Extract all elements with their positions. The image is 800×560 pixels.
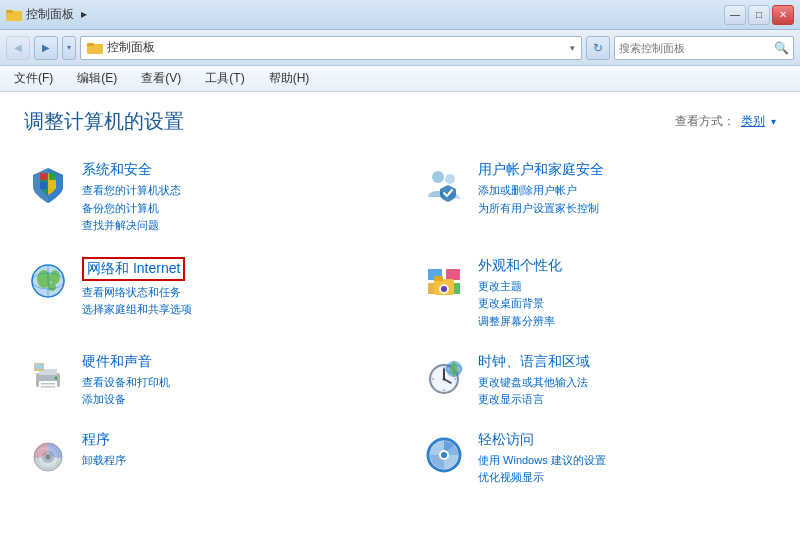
clock-link-0[interactable]: 更改键盘或其他输入法 <box>478 374 776 392</box>
user-accounts-title[interactable]: 用户帐户和家庭安全 <box>478 161 776 179</box>
programs-icon <box>24 431 72 479</box>
svg-rect-32 <box>35 364 43 369</box>
user-accounts-icon <box>420 161 468 209</box>
svg-point-8 <box>432 171 444 183</box>
titlebar-buttons: — □ ✕ <box>724 5 794 25</box>
recent-button[interactable]: ▾ <box>62 36 76 60</box>
system-security-link-2[interactable]: 查找并解决问题 <box>82 217 380 235</box>
category-network-internet: 网络和 Internet 查看网络状态和任务 选择家庭组和共享选项 <box>24 251 380 337</box>
svg-rect-27 <box>39 381 57 389</box>
network-icon <box>24 257 72 305</box>
page-title: 调整计算机的设置 <box>24 108 184 135</box>
svg-rect-4 <box>40 173 47 180</box>
menu-view[interactable]: 查看(V) <box>137 68 185 89</box>
category-system-security: 系统和安全 查看您的计算机状态 备份您的计算机 查找并解决问题 <box>24 155 380 241</box>
clock-link-1[interactable]: 更改显示语言 <box>478 391 776 409</box>
hardware-link-0[interactable]: 查看设备和打印机 <box>82 374 380 392</box>
titlebar-path: 控制面板 ▸ <box>26 6 90 23</box>
svg-rect-5 <box>49 173 56 180</box>
svg-rect-3 <box>87 43 94 46</box>
user-accounts-link-0[interactable]: 添加或删除用户帐户 <box>478 182 776 200</box>
address-dropdown[interactable]: ▾ <box>570 43 575 53</box>
back-button[interactable]: ◀ <box>6 36 30 60</box>
menu-tools[interactable]: 工具(T) <box>201 68 248 89</box>
system-security-link-1[interactable]: 备份您的计算机 <box>82 200 380 218</box>
appearance-title[interactable]: 外观和个性化 <box>478 257 776 275</box>
titlebar: 控制面板 ▸ — □ ✕ <box>0 0 800 30</box>
accessibility-link-0[interactable]: 使用 Windows 建议的设置 <box>478 452 776 470</box>
system-security-content: 系统和安全 查看您的计算机状态 备份您的计算机 查找并解决问题 <box>82 161 380 235</box>
network-title[interactable]: 网络和 Internet <box>82 257 185 281</box>
svg-rect-18 <box>446 269 460 280</box>
search-bar: 🔍 <box>614 36 794 60</box>
category-user-accounts: 用户帐户和家庭安全 添加或删除用户帐户 为所有用户设置家长控制 <box>420 155 776 241</box>
svg-point-30 <box>55 376 58 379</box>
system-security-title[interactable]: 系统和安全 <box>82 161 380 179</box>
programs-title[interactable]: 程序 <box>82 431 380 449</box>
programs-content: 程序 卸载程序 <box>82 431 380 470</box>
menu-help[interactable]: 帮助(H) <box>265 68 314 89</box>
appearance-icon <box>420 257 468 305</box>
svg-point-53 <box>441 452 447 458</box>
clock-content: 时钟、语言和区域 更改键盘或其他输入法 更改显示语言 <box>478 353 776 409</box>
svg-rect-28 <box>41 383 55 385</box>
svg-rect-1 <box>6 10 13 13</box>
menubar: 文件(F) 编辑(E) 查看(V) 工具(T) 帮助(H) <box>0 66 800 92</box>
svg-rect-7 <box>49 182 56 189</box>
maximize-button[interactable]: □ <box>748 5 770 25</box>
hardware-link-1[interactable]: 添加设备 <box>82 391 380 409</box>
svg-point-45 <box>450 362 458 376</box>
view-label: 查看方式： <box>675 113 735 130</box>
svg-point-37 <box>443 377 446 380</box>
navbar: ◀ ▶ ▾ 控制面板 ▾ ↻ 🔍 <box>0 30 800 66</box>
svg-rect-29 <box>41 386 55 388</box>
appearance-content: 外观和个性化 更改主题 更改桌面背景 调整屏幕分辨率 <box>478 257 776 331</box>
svg-point-14 <box>48 283 56 291</box>
accessibility-link-1[interactable]: 优化视频显示 <box>478 469 776 487</box>
forward-button[interactable]: ▶ <box>34 36 58 60</box>
address-text: 控制面板 <box>107 39 566 56</box>
refresh-button[interactable]: ↻ <box>586 36 610 60</box>
hardware-title[interactable]: 硬件和声音 <box>82 353 380 371</box>
categories-grid: 系统和安全 查看您的计算机状态 备份您的计算机 查找并解决问题 <box>24 155 776 493</box>
search-icon[interactable]: 🔍 <box>774 41 789 55</box>
view-dropdown-icon[interactable]: ▾ <box>771 116 776 127</box>
network-content: 网络和 Internet 查看网络状态和任务 选择家庭组和共享选项 <box>82 257 380 319</box>
appearance-link-2[interactable]: 调整屏幕分辨率 <box>478 313 776 331</box>
clock-icon <box>420 353 468 401</box>
hardware-icon <box>24 353 72 401</box>
address-folder-icon <box>87 40 103 56</box>
network-link-0[interactable]: 查看网络状态和任务 <box>82 284 380 302</box>
appearance-link-1[interactable]: 更改桌面背景 <box>478 295 776 313</box>
user-accounts-link-1[interactable]: 为所有用户设置家长控制 <box>478 200 776 218</box>
category-appearance: 外观和个性化 更改主题 更改桌面背景 调整屏幕分辨率 <box>420 251 776 337</box>
user-accounts-content: 用户帐户和家庭安全 添加或删除用户帐户 为所有用户设置家长控制 <box>478 161 776 217</box>
folder-icon <box>6 7 22 23</box>
page-header: 调整计算机的设置 查看方式： 类别 ▾ <box>24 108 776 135</box>
hardware-content: 硬件和声音 查看设备和打印机 添加设备 <box>82 353 380 409</box>
menu-edit[interactable]: 编辑(E) <box>73 68 121 89</box>
svg-point-49 <box>46 454 51 459</box>
network-link-1[interactable]: 选择家庭组和共享选项 <box>82 301 380 319</box>
accessibility-title[interactable]: 轻松访问 <box>478 431 776 449</box>
svg-point-24 <box>441 286 447 292</box>
category-programs: 程序 卸载程序 <box>24 425 380 493</box>
main-content: 调整计算机的设置 查看方式： 类别 ▾ <box>0 92 800 560</box>
menu-file[interactable]: 文件(F) <box>10 68 57 89</box>
address-bar: 控制面板 ▾ <box>80 36 582 60</box>
svg-rect-22 <box>434 276 443 281</box>
category-hardware-sound: 硬件和声音 查看设备和打印机 添加设备 <box>24 347 380 415</box>
system-security-icon <box>24 161 72 209</box>
close-button[interactable]: ✕ <box>772 5 794 25</box>
search-input[interactable] <box>619 42 774 54</box>
view-type-button[interactable]: 类别 <box>741 113 765 130</box>
minimize-button[interactable]: — <box>724 5 746 25</box>
clock-title[interactable]: 时钟、语言和区域 <box>478 353 776 371</box>
appearance-link-0[interactable]: 更改主题 <box>478 278 776 296</box>
programs-link-0[interactable]: 卸载程序 <box>82 452 380 470</box>
svg-point-13 <box>50 270 60 284</box>
svg-point-9 <box>445 174 455 184</box>
category-clock-language: 时钟、语言和区域 更改键盘或其他输入法 更改显示语言 <box>420 347 776 415</box>
titlebar-left: 控制面板 ▸ <box>6 6 90 23</box>
system-security-link-0[interactable]: 查看您的计算机状态 <box>82 182 380 200</box>
